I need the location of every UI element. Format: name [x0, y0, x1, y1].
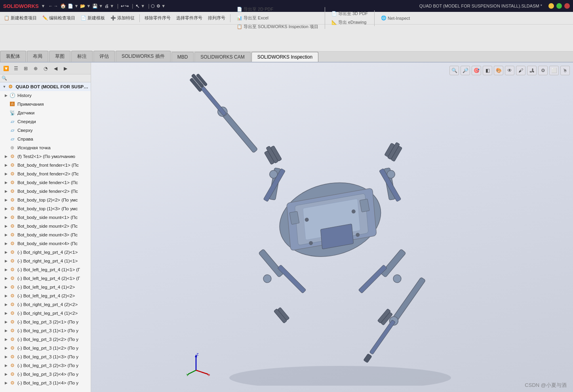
tree-origin[interactable]: ⊕ Исходная точка [0, 143, 91, 152]
doc-arrow[interactable]: ▼ [74, 4, 78, 8]
select-part-btn[interactable]: 选择零件序号 [174, 14, 205, 22]
scroll-left-btn[interactable]: ◀ [51, 64, 60, 73]
scene-btn[interactable]: 🏞 [527, 66, 537, 75]
add-feature-btn[interactable]: ➕ 添加特征 [108, 14, 137, 22]
tree-part-leg3-2-3[interactable]: ▶⚙(-) Bot_leg_prt_3 (2)<3> (По у [0, 361, 91, 370]
tab-evaluate[interactable]: 评估 [93, 51, 115, 62]
new-inspection-btn[interactable]: 📋 新建检查项目 [2, 14, 39, 22]
nav-back[interactable]: ← [48, 4, 53, 8]
part-expander-body-mount1[interactable]: ▶ [3, 215, 9, 220]
tree-part-left-leg1-1[interactable]: ▶⚙(-) Bot_left_leg_prt_4 (1)<1> (Г [0, 265, 91, 274]
history-expander[interactable]: ▶ [3, 93, 9, 98]
part-expander-left-leg2-2[interactable]: ▶ [3, 293, 9, 299]
tree-notes[interactable]: 🅰 Примечания [0, 100, 91, 108]
cursor-arrow[interactable]: ▼ [141, 4, 145, 8]
close-button[interactable] [564, 3, 570, 9]
title-bar-menu[interactable]: ▼ [41, 4, 46, 8]
options-icon[interactable]: ⚙ [156, 4, 160, 9]
tree-part-body-top1[interactable]: ▶⚙Bot_body_top (1)<3> (По умс [0, 204, 91, 213]
part-expander-body-side1[interactable]: ▶ [3, 180, 9, 185]
pie-btn[interactable]: ◔ [41, 64, 50, 73]
export-edrawing-btn[interactable]: 📐 导出 eDrawing [329, 18, 370, 27]
tree-part-leg3-2-1[interactable]: ▶⚙(-) Bot_leg_prt_3 (2)<1> (По у [0, 318, 91, 326]
export-excel-btn[interactable]: 📊 导出至 Excel [234, 14, 321, 22]
tree-part-right-leg2-1[interactable]: ▶⚙(-) Bot_right_leg_prt_4 (2)<1> [0, 248, 91, 257]
undo-icon[interactable]: ↩ [121, 4, 124, 9]
tree-part-right-leg2-2[interactable]: ▶⚙(-) Bot_right_leg_prt_4 (2)<2> [0, 300, 91, 309]
tree-part-left-leg1-2[interactable]: ▶⚙(-) Bot_left_leg_prt_4 (1)<2> [0, 283, 91, 291]
tree-part-leg3-1-2[interactable]: ▶⚙(-) Bot_leg_prt_3 (1)<2> (По у [0, 344, 91, 352]
tab-solidworks-cam[interactable]: SOLIDWORKS CAM [194, 52, 250, 62]
minimize-button[interactable] [548, 3, 554, 9]
display-mode-btn[interactable]: 🖱 [560, 66, 570, 75]
tree-part-body-mount1[interactable]: ▶⚙Bot_body_side mount<1> (Пс [0, 213, 91, 222]
origin-btn[interactable]: ⊕ [31, 64, 40, 73]
maximize-button[interactable] [556, 3, 562, 9]
filter-btn[interactable]: 🔽 [2, 64, 10, 73]
export-3dpdf-btn[interactable]: 📄 导出至 3D PDF [329, 10, 370, 18]
part-expander-leg3-1-2[interactable]: ▶ [3, 345, 9, 351]
tree-sensors[interactable]: 📡 Датчики [0, 108, 91, 117]
tab-layout[interactable]: 布局 [27, 51, 48, 62]
part-expander-leg3-2-3[interactable]: ▶ [3, 363, 9, 368]
part-expander-leg3-2-2[interactable]: ▶ [3, 337, 9, 342]
tree-top-plane[interactable]: ▱ Сверху [0, 126, 91, 135]
tab-assembly[interactable]: 装配体 [0, 51, 26, 62]
arrange-btn[interactable]: 排列序号 [206, 14, 228, 22]
part-expander-right-leg1-1[interactable]: ▶ [3, 258, 9, 264]
options-arrow[interactable]: ▼ [161, 4, 166, 8]
part-expander-leg3-1-3[interactable]: ▶ [3, 354, 9, 360]
part-expander-right-leg2-1[interactable]: ▶ [3, 249, 9, 255]
open-arrow[interactable]: ▼ [86, 4, 91, 8]
tree-part-leg3-1-3[interactable]: ▶⚙(-) Bot_leg_prt_3 (1)<3> (По у [0, 352, 91, 361]
tree-part-left-leg2-2[interactable]: ▶⚙(-) Bot_left_leg_prt_4 (2)<2> [0, 291, 91, 300]
export-inspection-btn[interactable]: 📋 导出至 SOLIDWORKS Inspection 项目 [234, 23, 321, 31]
tree-part-right-leg1-2[interactable]: ▶⚙(-) Bot_right_leg_prt_4 (1)<2> [0, 309, 91, 318]
tab-annotation[interactable]: 标注 [71, 51, 93, 62]
tree-root-item[interactable]: ▼ ⚙ QUAD BOT (MODEL FOR SUSPEN [0, 82, 91, 91]
3d-viewport[interactable]: 🔍 🔎 🎯 ◧ 🎨 👁 🖌 🏞 ⚙ ⬜ 🖱 [91, 63, 573, 392]
tree-history[interactable]: ▶ 🕐 History [0, 91, 91, 100]
part-expander-right-leg2-2[interactable]: ▶ [3, 302, 9, 307]
save-arrow[interactable]: ▼ [99, 4, 103, 8]
tree-part-leg3-1-4[interactable]: ▶⚙(-) Bot_leg_prt_3 (1)<4> (По у [0, 379, 91, 387]
part-expander-body-side2[interactable]: ▶ [3, 188, 9, 194]
view-settings-btn[interactable]: ⚙ [538, 66, 548, 75]
nav-forward[interactable]: → [53, 4, 58, 8]
list-btn[interactable]: ☰ [11, 64, 20, 73]
tree-part-body-top2[interactable]: ▶⚙Bot_body_top (2)<2> (По умс [0, 196, 91, 204]
tree-part-body-mount3[interactable]: ▶⚙Bot_body_side mount<3> (Пс [0, 230, 91, 239]
tab-solidworks-inspection[interactable]: SOLIDWORKS Inspection [251, 52, 318, 62]
part-expander-leg3-1-1[interactable]: ▶ [3, 328, 9, 333]
tree-part-body-mount4[interactable]: ▶⚙Bot_body_side mount<4> (Пс [0, 239, 91, 248]
part-expander-body-front1[interactable]: ▶ [3, 162, 9, 168]
part-expander-body-top1[interactable]: ▶ [3, 206, 9, 211]
part-expander-test2[interactable]: ▶ [3, 154, 9, 159]
open-icon[interactable]: 📂 [80, 4, 86, 9]
part-expander-left-leg2-1[interactable]: ▶ [3, 276, 9, 281]
part-expander-left-leg1-1[interactable]: ▶ [3, 267, 9, 272]
tree-part-leg3-1-1[interactable]: ▶⚙(-) Bot_leg_prt_3 (1)<1> (По у [0, 326, 91, 335]
part-expander-left-leg1-2[interactable]: ▶ [3, 284, 9, 290]
print-arrow[interactable]: ▼ [110, 4, 114, 8]
tree-front-plane[interactable]: ▱ Спереди [0, 117, 91, 126]
part-expander-leg3-2-4[interactable]: ▶ [3, 371, 9, 377]
tree-part-body-front2[interactable]: ▶⚙Bot_body_front fender<2> (Пс [0, 169, 91, 178]
tree-part-body-side2[interactable]: ▶⚙Bot_body_side fender<2> (Пс [0, 187, 91, 196]
tab-drawing[interactable]: 草图 [49, 51, 70, 62]
part-expander-body-front2[interactable]: ▶ [3, 171, 9, 177]
cursor-icon[interactable]: ↖ [135, 3, 140, 9]
tab-mbd[interactable]: MBD [171, 52, 194, 62]
tab-solidworks-plugins[interactable]: SOLIDWORKS 插件 [116, 51, 171, 62]
root-expander[interactable]: ▼ [2, 84, 7, 89]
tree-part-body-mount2[interactable]: ▶⚙Bot_body_side mount<2> (Пс [0, 222, 91, 230]
net-inspect-btn[interactable]: 🌐 Net-Inspect [379, 14, 412, 22]
print-icon[interactable]: 🖨 [105, 4, 109, 8]
tree-part-body-front1[interactable]: ▶⚙Bot_body_front fender<1> (Пс [0, 161, 91, 169]
tree-part-test2[interactable]: ▶⚙(f) Test2<1> (По умолчанию [0, 152, 91, 161]
new-template-btn[interactable]: 📄 新建模板 [78, 14, 107, 22]
rebuild-icon[interactable]: ⬡ [151, 4, 155, 9]
tree-part-leg3-2-2[interactable]: ▶⚙(-) Bot_leg_prt_3 (2)<2> (По у [0, 335, 91, 344]
tree-part-left-leg2-1[interactable]: ▶⚙(-) Bot_left_leg_prt_4 (2)<1> (Г [0, 274, 91, 283]
scroll-right-btn[interactable]: ▶ [61, 64, 70, 73]
